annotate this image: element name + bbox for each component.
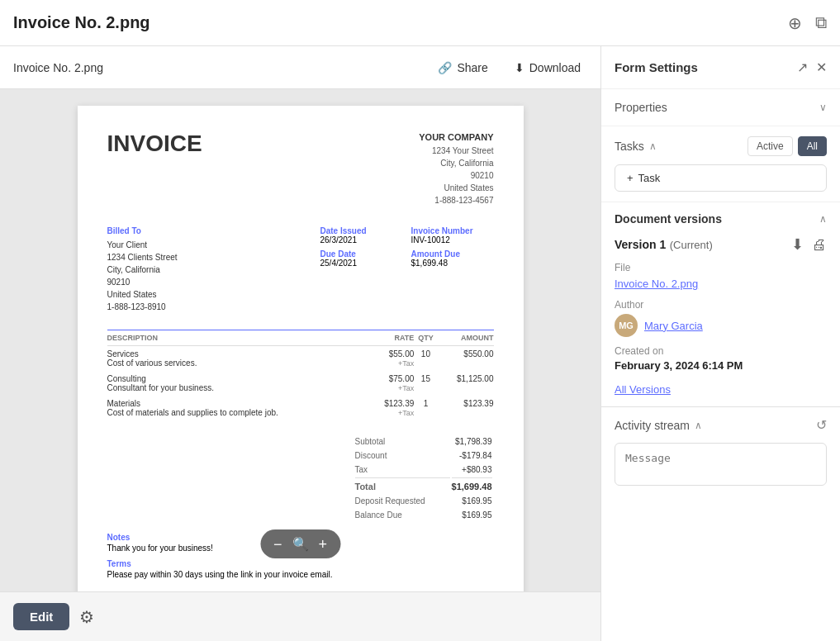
document-panel: Invoice No. 2.png 🔗 Share ⬇ Download INV… — [0, 46, 600, 641]
download-button[interactable]: ⬇ Download — [508, 58, 587, 78]
properties-arrow-icon: ∨ — [819, 102, 827, 113]
file-section: File Invoice No. 2.png — [615, 262, 827, 291]
doc-versions-title: Document versions — [615, 212, 722, 226]
amount-due-val: $1,699.48 — [411, 259, 494, 268]
message-input[interactable] — [615, 443, 827, 486]
invoice-table: DESCRIPTION RATE QTY AMOUNT Services Cos… — [107, 330, 494, 420]
add-task-label: Task — [638, 172, 661, 184]
billed-to-col: Billed To Your Client 1234 Clients Stree… — [107, 226, 304, 313]
settings-button[interactable]: ⚙ — [79, 607, 94, 627]
top-bar-actions: ⊕ ⧉ — [788, 13, 827, 33]
invoice-meta-col: Invoice Number INV-10012 Amount Due $1,6… — [411, 226, 494, 313]
col-qty: QTY — [414, 330, 437, 345]
version-current: (Current) — [670, 239, 713, 251]
discount-val: -$179.84 — [452, 449, 492, 462]
copy-icon[interactable]: ⧉ — [815, 13, 827, 32]
balance-label: Balance Due — [355, 509, 450, 521]
share-icon: 🔗 — [438, 61, 452, 74]
zoom-in-button[interactable]: + — [319, 537, 328, 552]
expand-icon[interactable]: ↗ — [797, 59, 808, 75]
activity-header: Activity stream ∧ ↺ — [615, 417, 827, 433]
subtotal-val: $1,798.39 — [452, 435, 492, 448]
doc-versions-arrow-icon: ∧ — [819, 213, 827, 225]
tasks-header: Tasks ∧ Active All — [615, 136, 827, 156]
subtotal-label: Subtotal — [355, 435, 450, 448]
zoom-out-button[interactable]: − — [273, 537, 282, 552]
doc-toolbar: Invoice No. 2.png 🔗 Share ⬇ Download — [0, 46, 600, 89]
properties-label: Properties — [615, 101, 667, 114]
balance-row: Balance Due $169.95 — [355, 509, 492, 521]
doc-filename: Invoice No. 2.png — [13, 61, 103, 74]
date-issued-label: Date Issued — [320, 226, 395, 235]
invoice-company: YOUR COMPANY 1234 Your Street City, Cali… — [419, 131, 493, 207]
company-country: United States — [419, 182, 493, 194]
activity-title-area[interactable]: Activity stream ∧ — [615, 419, 702, 432]
download-icon: ⬇ — [515, 61, 524, 74]
share-button[interactable]: 🔗 Share — [431, 58, 494, 78]
version-info: Version 1 (Current) — [615, 237, 713, 252]
company-name: YOUR COMPANY — [419, 131, 493, 145]
table-row: Materials Cost of materials and supplies… — [107, 396, 494, 420]
invoice-number-label: Invoice Number — [411, 226, 494, 235]
page-title: Invoice No. 2.png — [13, 13, 150, 32]
version-download-button[interactable]: ⬇ — [791, 235, 804, 254]
deposit-val: $169.95 — [452, 495, 492, 507]
tasks-section: Tasks ∧ Active All + Task — [601, 126, 840, 202]
top-bar: Invoice No. 2.png ⊕ ⧉ — [0, 0, 840, 46]
refresh-icon[interactable]: ↺ — [816, 417, 827, 433]
deposit-row: Deposit Requested $169.95 — [355, 495, 492, 507]
table-row: Services Cost of various services. $55.0… — [107, 345, 494, 371]
author-name-link[interactable]: Mary Garcia — [644, 320, 703, 332]
file-label: File — [615, 262, 827, 273]
close-icon[interactable]: ✕ — [816, 59, 827, 75]
col-description: DESCRIPTION — [107, 330, 369, 345]
table-row: Consulting Consultant for your business.… — [107, 371, 494, 396]
doc-versions-header[interactable]: Document versions ∧ — [615, 212, 827, 226]
item-rate-cell: $55.00+Tax — [368, 345, 414, 371]
tax-label: Tax — [355, 463, 450, 476]
author-row: MG Mary Garcia — [615, 314, 827, 337]
company-phone: 1-888-123-4567 — [419, 194, 493, 207]
file-link[interactable]: Invoice No. 2.png — [615, 278, 698, 290]
item-amount-cell: $550.00 — [438, 345, 494, 371]
edit-button[interactable]: Edit — [13, 603, 69, 630]
item-rate-cell: $123.39+Tax — [368, 396, 414, 420]
item-qty-cell: 1 — [414, 396, 437, 420]
main-layout: Invoice No. 2.png 🔗 Share ⬇ Download INV… — [0, 46, 840, 641]
properties-section[interactable]: Properties ∨ — [601, 89, 840, 126]
subtotal-row: Subtotal $1,798.39 — [355, 435, 492, 448]
invoice-header: INVOICE YOUR COMPANY 1234 Your Street Ci… — [107, 131, 494, 207]
version-print-button[interactable]: 🖨 — [812, 235, 827, 254]
invoice-document: INVOICE YOUR COMPANY 1234 Your Street Ci… — [78, 106, 524, 591]
doc-bottom-bar: Edit ⚙ — [0, 591, 600, 641]
tasks-active-button[interactable]: Active — [747, 136, 793, 156]
all-versions-link[interactable]: All Versions — [615, 383, 671, 396]
col-rate: RATE — [368, 330, 414, 345]
company-zip: 90210 — [419, 169, 493, 182]
tasks-all-button[interactable]: All — [798, 136, 827, 156]
company-address: 1234 Your Street — [419, 145, 493, 157]
due-date-label: Due Date — [320, 249, 395, 259]
document-versions-section: Document versions ∧ Version 1 (Current) … — [601, 202, 840, 407]
tasks-filter: Active All — [747, 136, 827, 156]
invoice-number-val: INV-10012 — [411, 235, 494, 245]
add-task-button[interactable]: + Task — [615, 164, 827, 192]
date-issued-val: 26/3/2021 — [320, 235, 395, 245]
panel-title: Form Settings — [615, 60, 698, 74]
client-city: City, California — [107, 264, 304, 276]
terms-val: Please pay within 30 days using the link… — [107, 570, 494, 579]
item-amount-cell: $123.39 — [438, 396, 494, 420]
discount-label: Discount — [355, 449, 450, 462]
invoice-title: INVOICE — [107, 131, 202, 207]
item-desc-cell: Materials Cost of materials and supplies… — [107, 396, 369, 420]
plus-icon[interactable]: ⊕ — [788, 13, 802, 33]
client-zip: 90210 — [107, 276, 304, 288]
activity-arrow-icon: ∧ — [695, 420, 702, 431]
created-date: February 3, 2024 6:14 PM — [615, 359, 827, 372]
activity-title: Activity stream — [615, 419, 690, 432]
amount-due-label: Amount Due — [411, 249, 494, 259]
due-date-val: 25/4/2021 — [320, 259, 395, 268]
tasks-title-area[interactable]: Tasks ∧ — [615, 140, 657, 153]
total-label: Total — [355, 477, 450, 493]
item-qty-cell: 15 — [414, 371, 437, 396]
